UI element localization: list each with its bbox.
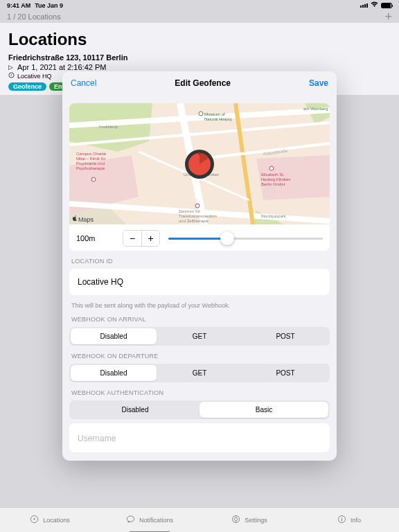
seg-auth-basic[interactable]: Basic — [200, 402, 328, 418]
status-date: Tue Jan 9 — [35, 2, 63, 9]
tab-notifications[interactable]: Notifications — [100, 508, 200, 532]
map-pin[interactable] — [184, 149, 215, 179]
radius-stepper: − + — [123, 230, 160, 247]
webhook-hint: This will be sent along with the payload… — [69, 302, 330, 309]
modal-header: Cancel Edit Geofence Save — [62, 71, 337, 95]
map-label-weinberg: am Weinberg — [303, 107, 328, 111]
svg-point-11 — [269, 166, 274, 170]
tab-label: Locations — [43, 517, 70, 524]
pill-geofence: Geofence — [8, 82, 46, 91]
radius-slider[interactable] — [168, 231, 323, 246]
label-webhook-auth: WEBHOOK AUTHENTICATION — [69, 389, 330, 396]
map[interactable]: Museum ofNatural History Invalidenp. am … — [69, 103, 330, 224]
username-field[interactable]: Username — [69, 423, 330, 452]
map-card: Museum ofNatural History Invalidenp. am … — [69, 103, 330, 251]
radius-value: 100m — [76, 234, 114, 242]
svg-point-14 — [198, 152, 201, 155]
save-button[interactable]: Save — [309, 78, 328, 88]
username-placeholder: Username — [78, 434, 116, 443]
play-icon: ▷ — [8, 64, 13, 71]
map-label-monbijou: Monbijoupark — [261, 214, 287, 218]
location-address: Friedrichstraße 123, 10117 Berlin — [8, 53, 391, 62]
location-name: Locative HQ — [17, 73, 52, 80]
target-icon — [30, 515, 39, 525]
cancel-button[interactable]: Cancel — [71, 78, 96, 88]
seg-arrival-post[interactable]: POST — [242, 328, 328, 344]
seg-departure-disabled[interactable]: Disabled — [71, 365, 157, 381]
status-bar: 9:41 AM Tue Jan 9 — [0, 0, 399, 10]
seg-webhook-auth: Disabled Basic — [69, 400, 330, 419]
location-id-field[interactable]: Locative HQ — [69, 269, 330, 295]
label-webhook-departure: WEBHOOK ON DEPARTURE — [69, 353, 330, 360]
locations-counter: 1 / 20 Locations — [7, 12, 61, 21]
tab-label: Settings — [245, 517, 267, 524]
info-icon — [337, 515, 346, 525]
tab-bar: Locations Notifications Settings Info — [0, 507, 399, 532]
seg-arrival-get[interactable]: GET — [157, 328, 242, 344]
map-attribution: Maps — [72, 215, 94, 223]
tab-settings[interactable]: Settings — [200, 508, 299, 532]
status-time: 9:41 AM — [7, 2, 30, 9]
svg-point-2 — [127, 516, 134, 522]
signal-icon — [360, 3, 368, 8]
svg-point-5 — [342, 517, 342, 518]
radius-minus-button[interactable]: − — [123, 231, 141, 246]
seg-arrival-disabled[interactable]: Disabled — [71, 328, 157, 344]
modal-title: Edit Geofence — [96, 78, 309, 88]
seg-departure-get[interactable]: GET — [157, 365, 242, 381]
svg-point-10 — [195, 204, 200, 208]
label-webhook-arrival: WEBHOOK ON ARRIVAL — [69, 316, 330, 323]
location-timestamp: Apr 1, 2021 at 2:16:42 PM — [17, 63, 106, 71]
add-location-button[interactable]: + — [384, 10, 392, 24]
location-id-value: Locative HQ — [78, 277, 321, 287]
gear-icon — [231, 515, 240, 525]
tab-label: Info — [351, 517, 361, 524]
svg-point-9 — [91, 177, 96, 181]
target-icon — [8, 72, 15, 80]
chat-icon — [126, 515, 135, 525]
svg-rect-6 — [342, 519, 342, 522]
wifi-icon — [371, 1, 378, 9]
radius-plus-button[interactable]: + — [141, 231, 159, 246]
seg-webhook-arrival: Disabled GET POST — [69, 327, 330, 346]
map-label-hospital: Campus CharitéMitte – Klinik fürPsychiat… — [76, 152, 107, 170]
battery-icon — [381, 3, 392, 8]
edit-geofence-modal: Cancel Edit Geofence Save — [62, 71, 337, 461]
radius-row: 100m − + — [69, 224, 330, 251]
svg-point-7 — [199, 112, 203, 116]
seg-auth-disabled[interactable]: Disabled — [71, 402, 200, 418]
tab-label: Notifications — [139, 517, 173, 524]
tab-info[interactable]: Info — [299, 508, 399, 532]
map-label-invaliden: Invalidenp. — [99, 125, 119, 129]
tab-locations[interactable]: Locations — [0, 508, 100, 532]
page-title: Locations — [8, 30, 391, 49]
seg-webhook-departure: Disabled GET POST — [69, 364, 330, 382]
seg-departure-post[interactable]: POST — [242, 365, 328, 381]
label-location-id: LOCATION ID — [69, 258, 330, 265]
slider-thumb[interactable] — [220, 231, 234, 245]
apple-logo-icon — [72, 215, 78, 223]
